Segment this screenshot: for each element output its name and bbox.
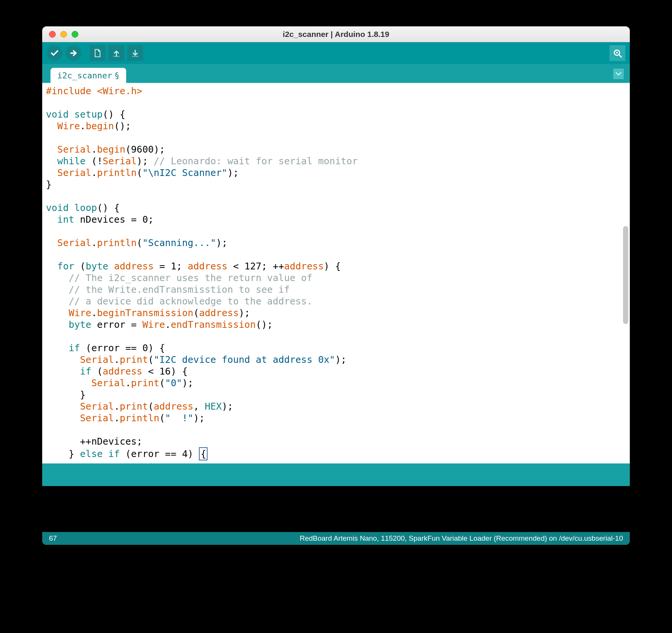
toolbar xyxy=(42,42,630,64)
vertical-scrollbar[interactable] xyxy=(623,226,628,324)
tab-label: i2c_scanner xyxy=(57,71,112,80)
open-sketch-button[interactable] xyxy=(108,45,124,61)
tab-i2c-scanner[interactable]: i2c_scanner § xyxy=(50,68,126,83)
maximize-icon[interactable] xyxy=(72,31,78,38)
save-sketch-button[interactable] xyxy=(127,45,143,61)
serial-monitor-button[interactable] xyxy=(609,45,625,61)
window-title: i2c_scanner | Arduino 1.8.19 xyxy=(42,30,630,39)
svg-point-1 xyxy=(616,52,618,54)
status-bar: 67 RedBoard Artemis Nano, 115200, SparkF… xyxy=(42,532,630,545)
titlebar: i2c_scanner | Arduino 1.8.19 xyxy=(42,26,630,42)
cursor-line: 67 xyxy=(49,534,57,543)
board-info: RedBoard Artemis Nano, 115200, SparkFun … xyxy=(300,534,623,543)
upload-button[interactable] xyxy=(66,45,81,61)
cursor-brace: { xyxy=(199,447,208,460)
verify-button[interactable] xyxy=(47,45,63,61)
modified-marker: § xyxy=(115,71,119,80)
code-content[interactable]: #include <Wire.h> void setup() { Wire.be… xyxy=(42,83,630,463)
tab-menu-button[interactable] xyxy=(613,69,624,79)
close-icon[interactable] xyxy=(49,31,56,38)
new-sketch-button[interactable] xyxy=(90,45,105,61)
traffic-lights xyxy=(42,31,78,38)
message-bar xyxy=(42,463,630,486)
arduino-ide-window: i2c_scanner | Arduino 1.8.19 i2c_scanner… xyxy=(42,26,630,545)
tab-bar: i2c_scanner § xyxy=(42,64,630,83)
console-panel[interactable] xyxy=(42,486,630,532)
minimize-icon[interactable] xyxy=(60,31,67,38)
code-editor[interactable]: #include <Wire.h> void setup() { Wire.be… xyxy=(42,83,630,463)
